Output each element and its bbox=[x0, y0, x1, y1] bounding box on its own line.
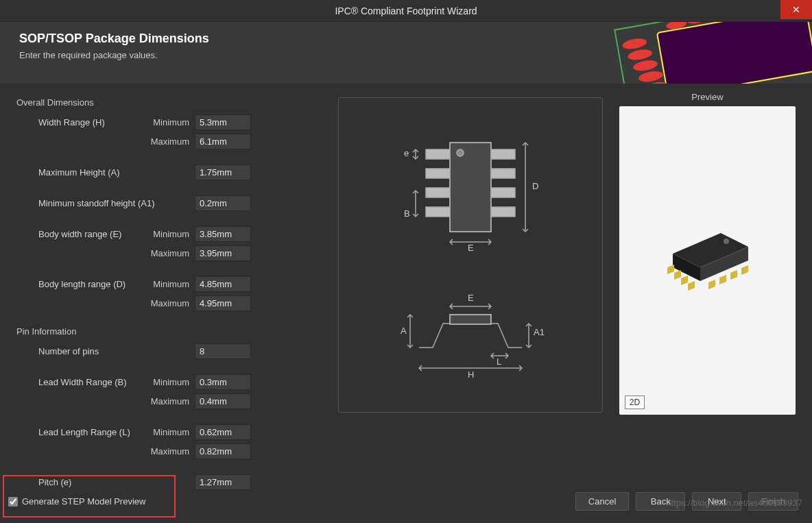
sublabel-maximum: Maximum bbox=[148, 298, 195, 308]
sublabel-minimum: Minimum bbox=[148, 427, 195, 437]
preview-2d-toggle[interactable]: 2D bbox=[625, 396, 645, 409]
section-overall-dimensions: Overall Dimensions bbox=[16, 97, 322, 108]
bottom-bar: Generate STEP Model Preview Cancel Back … bbox=[0, 481, 812, 523]
content-area: Overall Dimensions Width Range (H) Minim… bbox=[0, 84, 812, 483]
wizard-header: SOP/TSOP Package Dimensions Enter the re… bbox=[0, 22, 812, 84]
dim-A: A bbox=[401, 326, 407, 336]
svg-marker-44 bbox=[741, 265, 748, 275]
label-body-length: Body length range (D) bbox=[38, 279, 148, 289]
sublabel-minimum: Minimum bbox=[148, 377, 195, 387]
sublabel-maximum: Maximum bbox=[148, 136, 195, 147]
cancel-button[interactable]: Cancel bbox=[575, 492, 629, 511]
label-lead-width: Lead Width Range (B) bbox=[38, 377, 148, 387]
svg-marker-39 bbox=[681, 276, 688, 285]
dim-E-bottom: E bbox=[468, 243, 474, 252]
diagram-pane: D e B E bbox=[338, 92, 603, 483]
sublabel-minimum: Minimum bbox=[148, 229, 195, 239]
svg-rect-16 bbox=[426, 169, 450, 178]
svg-point-2 bbox=[621, 37, 647, 51]
finish-button[interactable]: Finish bbox=[748, 492, 798, 511]
label-generate-step: Generate STEP Model Preview bbox=[22, 496, 145, 507]
label-body-width: Body width range (E) bbox=[38, 229, 148, 239]
svg-marker-41 bbox=[708, 280, 715, 289]
preview-pane: Preview bbox=[619, 92, 796, 483]
sublabel-maximum: Maximum bbox=[148, 396, 195, 406]
svg-rect-18 bbox=[426, 207, 450, 217]
label-width-range: Width Range (H) bbox=[38, 117, 148, 127]
titlebar: IPC® Compliant Footprint Wizard ✕ bbox=[0, 0, 812, 22]
input-lead-length-max[interactable] bbox=[195, 443, 251, 459]
label-lead-length: Lead Length Range (L) bbox=[38, 427, 148, 437]
input-num-pins[interactable] bbox=[195, 343, 251, 359]
svg-point-3 bbox=[627, 48, 653, 62]
form-pane: Overall Dimensions Width Range (H) Minim… bbox=[16, 92, 322, 483]
close-button[interactable]: ✕ bbox=[780, 0, 812, 19]
dim-A1: A1 bbox=[534, 327, 545, 337]
preview-3d-model bbox=[645, 206, 769, 315]
svg-marker-42 bbox=[719, 275, 726, 284]
input-width-min[interactable] bbox=[195, 114, 251, 130]
svg-rect-1 bbox=[657, 22, 812, 84]
label-max-height: Maximum Height (A) bbox=[38, 167, 148, 178]
input-body-width-max[interactable] bbox=[195, 245, 251, 261]
preview-title: Preview bbox=[619, 92, 796, 102]
dim-L: L bbox=[497, 356, 501, 367]
next-button[interactable]: Next bbox=[692, 492, 741, 511]
svg-rect-21 bbox=[491, 188, 515, 197]
svg-rect-15 bbox=[426, 149, 450, 159]
top-view-diagram: D e B E bbox=[388, 129, 553, 252]
dim-B: B bbox=[404, 208, 410, 219]
svg-rect-13 bbox=[450, 143, 491, 232]
sublabel-minimum: Minimum bbox=[148, 279, 195, 289]
sublabel-minimum: Minimum bbox=[148, 117, 195, 127]
input-max-height[interactable] bbox=[195, 165, 251, 180]
header-pcb-graphic bbox=[593, 22, 812, 84]
label-num-pins: Number of pins bbox=[38, 346, 148, 356]
package-diagram: D e B E bbox=[338, 97, 603, 413]
svg-rect-27 bbox=[450, 315, 491, 324]
side-view-diagram: A A1 L H E bbox=[381, 286, 560, 382]
dim-H: H bbox=[468, 369, 474, 380]
svg-point-14 bbox=[457, 149, 464, 156]
back-button[interactable]: Back bbox=[636, 492, 685, 511]
svg-rect-20 bbox=[491, 169, 515, 178]
input-lead-width-min[interactable] bbox=[195, 374, 251, 390]
window-title: IPC® Compliant Footprint Wizard bbox=[335, 5, 477, 16]
input-lead-length-min[interactable] bbox=[195, 424, 251, 440]
svg-rect-17 bbox=[426, 188, 450, 197]
svg-marker-43 bbox=[730, 270, 737, 280]
svg-marker-40 bbox=[688, 281, 695, 291]
svg-rect-22 bbox=[491, 207, 515, 217]
sublabel-maximum: Maximum bbox=[148, 446, 195, 457]
dim-e: e bbox=[404, 148, 409, 158]
input-width-max[interactable] bbox=[195, 134, 251, 149]
input-body-width-min[interactable] bbox=[195, 226, 251, 242]
svg-point-4 bbox=[632, 59, 658, 73]
dim-D: D bbox=[532, 181, 538, 191]
dim-E-top: E bbox=[468, 293, 474, 303]
checkbox-generate-step[interactable] bbox=[8, 497, 18, 507]
input-lead-width-max[interactable] bbox=[195, 393, 251, 409]
section-pin-information: Pin Information bbox=[16, 326, 322, 337]
input-min-standoff[interactable] bbox=[195, 195, 251, 211]
svg-marker-38 bbox=[674, 270, 681, 280]
svg-rect-19 bbox=[491, 149, 515, 159]
svg-point-36 bbox=[724, 239, 729, 244]
svg-marker-37 bbox=[667, 265, 674, 274]
input-body-length-min[interactable] bbox=[195, 276, 251, 292]
preview-viewport[interactable]: 2D bbox=[619, 106, 796, 415]
label-min-standoff: Minimum standoff height (A1) bbox=[38, 198, 195, 208]
sublabel-maximum: Maximum bbox=[148, 248, 195, 258]
close-icon: ✕ bbox=[792, 4, 800, 15]
input-body-length-max[interactable] bbox=[195, 295, 251, 311]
svg-point-5 bbox=[638, 70, 664, 84]
